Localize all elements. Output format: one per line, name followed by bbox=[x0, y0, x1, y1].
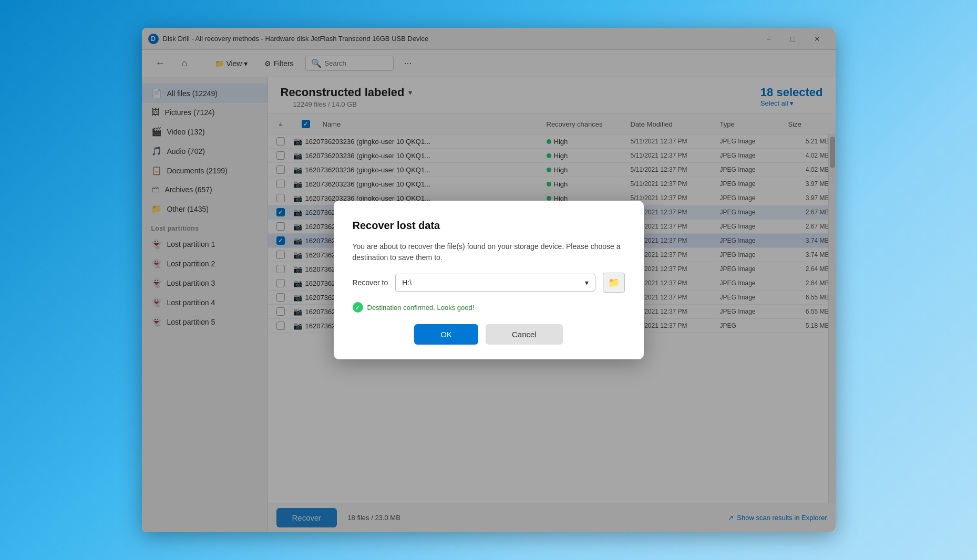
cancel-button[interactable]: Cancel bbox=[486, 324, 563, 345]
ok-button[interactable]: OK bbox=[414, 324, 478, 345]
recover-to-label: Recover to bbox=[353, 278, 388, 287]
recover-dialog: Recover lost data You are about to recov… bbox=[334, 201, 644, 359]
destination-chevron-icon: ▾ bbox=[585, 278, 589, 287]
browse-folder-button[interactable]: 📁 bbox=[603, 273, 625, 293]
confirmation-text: Destination confirmed. Looks good! bbox=[367, 304, 475, 312]
destination-dropdown[interactable]: H:\ ▾ bbox=[395, 274, 595, 292]
modal-overlay: Recover lost data You are about to recov… bbox=[142, 28, 836, 532]
confirmation-row: ✓ Destination confirmed. Looks good! bbox=[353, 302, 625, 313]
modal-actions: OK Cancel bbox=[353, 324, 625, 345]
check-icon: ✓ bbox=[353, 302, 363, 313]
modal-title: Recover lost data bbox=[353, 220, 625, 232]
recover-to-row: Recover to H:\ ▾ 📁 bbox=[353, 273, 625, 293]
modal-description: You are about to recover the file(s) fou… bbox=[353, 241, 625, 263]
folder-browse-icon: 📁 bbox=[608, 277, 620, 288]
destination-value: H:\ bbox=[402, 278, 412, 287]
